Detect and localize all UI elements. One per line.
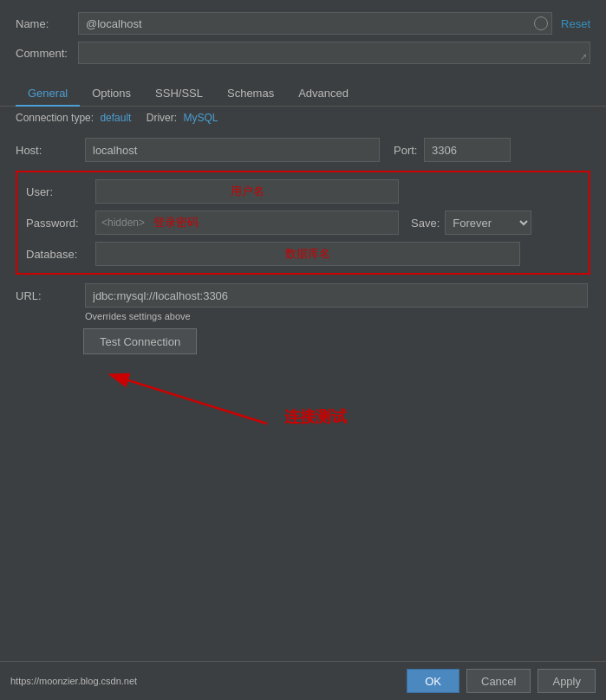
driver-value: MySQL — [183, 112, 218, 124]
password-row: Password: <hidden> 登录密码 Save: Forever Ne… — [26, 211, 580, 235]
test-btn-row: Test Connection — [83, 328, 590, 354]
port-input[interactable] — [424, 138, 511, 162]
overrides-text: Overrides settings above — [85, 311, 590, 321]
password-input-wrapper[interactable]: <hidden> 登录密码 — [95, 211, 399, 235]
save-label: Save: — [411, 217, 440, 230]
password-value: 登录密码 — [150, 215, 202, 230]
cancel-button[interactable]: Cancel — [466, 669, 531, 693]
driver-label: Driver: — [147, 112, 177, 124]
test-connection-button[interactable]: Test Connection — [83, 328, 197, 354]
comment-input-wrapper[interactable]: ↗ — [78, 42, 590, 64]
name-input-wrapper: @localhost — [78, 12, 552, 35]
password-label: Password: — [26, 217, 95, 230]
comment-label: Comment: — [16, 47, 78, 60]
name-value: @localhost — [79, 17, 534, 30]
tab-schemas[interactable]: Schemas — [215, 81, 286, 107]
name-label: Name: — [16, 17, 78, 30]
bottom-url: https://moonzier.blog.csdn.net — [10, 676, 400, 686]
main-form: Host: Port: User: Password: <hidden> 登录密… — [0, 129, 606, 661]
host-label: Host: — [16, 144, 85, 157]
conn-type-label: Connection type: — [16, 112, 94, 124]
url-row: URL: — [16, 283, 590, 308]
url-label: URL: — [16, 289, 85, 302]
user-input[interactable] — [95, 179, 399, 204]
tab-advanced[interactable]: Advanced — [286, 81, 361, 107]
url-input[interactable] — [85, 283, 588, 308]
name-row: Name: @localhost Reset — [16, 12, 590, 35]
tab-ssh-ssl[interactable]: SSH/SSL — [143, 81, 215, 107]
highlighted-section: User: Password: <hidden> 登录密码 Save: Fore… — [16, 171, 590, 275]
tabs-bar: General Options SSH/SSL Schemas Advanced — [0, 81, 606, 107]
apply-button[interactable]: Apply — [538, 669, 596, 693]
hidden-label: <hidden> — [96, 217, 150, 229]
annotation-text: 连接测试 — [284, 406, 347, 427]
annotation-area: 连接测试 — [16, 354, 590, 467]
reset-link[interactable]: Reset — [561, 17, 590, 30]
expand-icon: ↗ — [580, 52, 587, 62]
database-input[interactable] — [95, 242, 520, 266]
database-label: Database: — [26, 248, 95, 261]
user-row: User: — [26, 179, 580, 204]
svg-line-1 — [128, 380, 267, 424]
save-select[interactable]: Forever Never Until restart — [445, 211, 531, 235]
bottom-bar: https://moonzier.blog.csdn.net OK Cancel… — [0, 661, 606, 700]
circle-icon — [534, 16, 548, 30]
tab-general[interactable]: General — [16, 81, 80, 107]
database-row: Database: — [26, 242, 580, 266]
connection-info: Connection type: default Driver: MySQL — [0, 107, 606, 129]
ok-button[interactable]: OK — [407, 669, 459, 693]
dialog: Name: @localhost Reset Comment: ↗ Genera… — [0, 0, 606, 700]
host-port-row: Host: Port: — [16, 138, 590, 162]
port-label: Port: — [394, 144, 424, 157]
comment-row: Comment: ↗ — [16, 42, 590, 64]
host-input[interactable] — [85, 138, 380, 162]
user-label: User: — [26, 185, 95, 198]
conn-type-value: default — [100, 112, 131, 124]
tab-options[interactable]: Options — [80, 81, 143, 107]
